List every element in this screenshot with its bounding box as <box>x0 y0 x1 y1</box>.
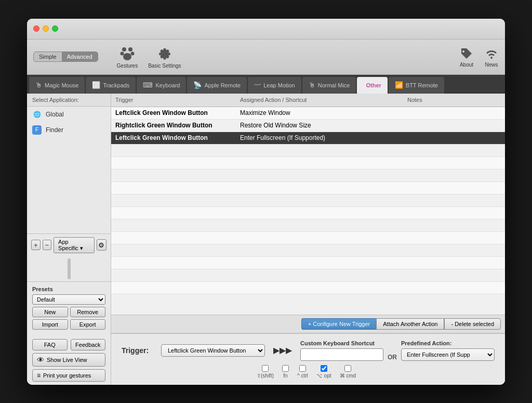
export-button[interactable]: Export <box>70 319 106 330</box>
shift-label: ⇧(shift) <box>257 373 274 379</box>
table-row[interactable]: Rightclick Green Window Button Restore O… <box>111 120 505 132</box>
table-row[interactable] <box>111 269 505 282</box>
shift-checkbox[interactable] <box>262 365 269 372</box>
or-label: OR <box>388 354 397 361</box>
tab-trackpads[interactable]: ⬜ Trackpads <box>86 77 136 94</box>
action-cell: Restore Old Window Size <box>240 122 407 129</box>
sidebar-item-finder[interactable]: F Finder <box>27 122 111 138</box>
remove-preset-button[interactable]: Remove <box>70 307 106 317</box>
configure-trigger-button[interactable]: + Configure New Trigger <box>301 318 377 330</box>
table-row[interactable] <box>111 145 505 157</box>
table-row[interactable] <box>111 194 505 207</box>
shortcut-input[interactable] <box>300 348 383 361</box>
finder-icon: F <box>32 125 42 135</box>
import-button[interactable]: Import <box>32 319 68 330</box>
faq-button[interactable]: FAQ <box>32 339 68 350</box>
table-header: Trigger Assigned Action / Shortcut Notes <box>111 94 505 107</box>
app-specific-dropdown[interactable]: App Specific ▾ <box>54 237 95 253</box>
table-row[interactable] <box>111 244 505 257</box>
show-live-view-button[interactable]: 👁 Show Live View <box>32 353 105 367</box>
svg-point-1 <box>128 47 132 51</box>
tab-btt-remote[interactable]: 📶 BTT Remote <box>389 77 444 94</box>
fn-label: fn <box>283 373 287 379</box>
opt-checkbox[interactable] <box>321 365 327 372</box>
preset-select[interactable]: Default <box>32 294 105 305</box>
main-content: Select Application: 🌐 Global F Finder + … <box>27 94 505 385</box>
trigger-label: Trigger: <box>122 346 153 355</box>
tab-magic-mouse-label: Magic Mouse <box>45 82 78 88</box>
resize-handle[interactable] <box>68 258 71 279</box>
traffic-lights <box>33 25 58 32</box>
news-tool[interactable]: News <box>484 46 499 68</box>
table-row[interactable] <box>111 257 505 269</box>
notes-column-header: Notes <box>407 97 501 103</box>
table-row[interactable] <box>111 182 505 194</box>
action-column-header: Assigned Action / Shortcut <box>240 97 407 103</box>
gestures-label: Gestures <box>117 63 138 69</box>
about-tool[interactable]: About <box>459 46 474 68</box>
ctrl-checkbox[interactable] <box>299 365 306 372</box>
shortcut-group: Custom Keyboard Shortcut OR Predefined A… <box>300 340 495 361</box>
delete-selected-button[interactable]: - Delete selected <box>444 318 501 330</box>
tab-keyboard[interactable]: ⌨ Keyboard <box>137 77 186 94</box>
gestures-tool[interactable]: Gestures <box>117 45 138 69</box>
cmd-label: ⌘ cmd <box>340 373 356 379</box>
tab-btt-remote-label: BTT Remote <box>406 82 438 88</box>
titlebar <box>27 19 505 40</box>
toolbar-icons: Gestures Basic Settings <box>117 45 181 69</box>
btt-remote-icon: 📶 <box>395 81 403 89</box>
presets-title: Presets <box>32 286 105 292</box>
tab-keyboard-label: Keyboard <box>155 82 180 88</box>
zoom-button[interactable] <box>52 25 58 32</box>
tab-leap-motion[interactable]: 〰 Leap Motion <box>248 77 301 94</box>
table-row[interactable]: Leftclick Green Window Button Maximize W… <box>111 107 505 120</box>
minimize-button[interactable] <box>43 25 49 32</box>
advanced-mode-button[interactable]: Advanced <box>62 52 98 61</box>
tab-other[interactable]: Other <box>357 77 387 94</box>
settings-button[interactable]: ⚙ <box>97 239 107 251</box>
table-row[interactable] <box>111 282 505 294</box>
print-gestures-button[interactable]: ≡ Print your gestures <box>32 369 105 382</box>
add-app-button[interactable]: + <box>31 240 41 250</box>
basic-settings-tool[interactable]: Basic Settings <box>148 47 181 69</box>
wifi-icon <box>484 46 499 61</box>
preset-import-export: Import Export <box>32 319 105 330</box>
preset-buttons: New Remove <box>32 307 105 317</box>
simple-mode-button[interactable]: Simple <box>34 52 62 61</box>
sidebar-controls: + − App Specific ▾ ⚙ <box>27 233 111 256</box>
tab-trackpads-label: Trackpads <box>103 82 129 88</box>
keyboard-icon: ⌨ <box>143 81 153 89</box>
trigger-cell: Rightclick Green Window Button <box>115 122 240 129</box>
attach-action-button[interactable]: Attach Another Action <box>376 318 444 330</box>
action-bar: + Configure New Trigger Attach Another A… <box>111 315 505 333</box>
svg-point-3 <box>130 51 134 55</box>
gear-icon <box>157 47 172 62</box>
predefined-dropdown[interactable]: Enter Fullscreen (If Supp <box>401 348 495 361</box>
table-row[interactable] <box>111 157 505 170</box>
eye-icon: 👁 <box>37 356 44 364</box>
tab-normal-mice[interactable]: 🖱 Normal Mice <box>302 77 356 94</box>
fn-checkbox[interactable] <box>282 365 289 372</box>
tab-normal-mice-label: Normal Mice <box>318 82 350 88</box>
trigger-dropdown[interactable]: Leftclick Green Window Button <box>161 344 265 357</box>
new-preset-button[interactable]: New <box>32 307 68 317</box>
leap-motion-icon: 〰 <box>254 81 261 89</box>
feedback-button[interactable]: Feedback <box>71 339 106 350</box>
sidebar-item-global[interactable]: 🌐 Global <box>27 107 111 122</box>
modifier-opt: ⌥ opt <box>316 365 331 379</box>
sidebar: Select Application: 🌐 Global F Finder + … <box>27 94 111 385</box>
modifier-fn: fn <box>282 365 289 379</box>
tab-magic-mouse[interactable]: 🖱 Magic Mouse <box>29 77 85 94</box>
table-row[interactable] <box>111 207 505 219</box>
table-row[interactable] <box>111 170 505 182</box>
close-button[interactable] <box>33 25 39 32</box>
main-window: Simple Advanced Gestures <box>27 19 505 385</box>
cmd-checkbox[interactable] <box>344 365 351 372</box>
svg-point-2 <box>120 51 124 55</box>
view-mode-control[interactable]: Simple Advanced <box>33 51 98 62</box>
table-row[interactable] <box>111 232 505 244</box>
table-row[interactable] <box>111 219 505 232</box>
tab-apple-remote[interactable]: 📡 Apple Remote <box>187 77 247 94</box>
remove-app-button[interactable]: − <box>43 240 52 250</box>
table-row-selected[interactable]: Leftclick Green Window Button Enter Full… <box>111 132 505 145</box>
